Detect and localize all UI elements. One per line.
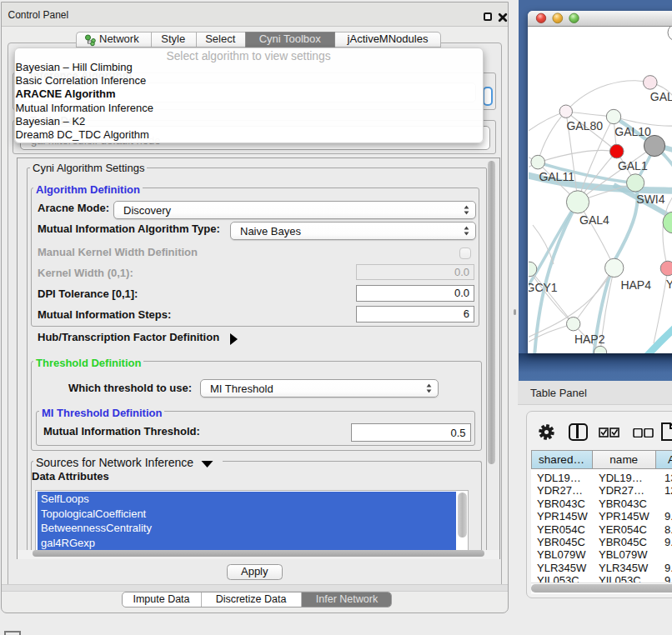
svg-text:GAL4: GAL4 xyxy=(579,213,609,227)
svg-text:HAP2: HAP2 xyxy=(574,332,604,346)
svg-text:GAL80: GAL80 xyxy=(566,119,603,132)
svg-text:GAL1: GAL1 xyxy=(617,159,647,172)
svg-text:GAL10: GAL10 xyxy=(614,125,651,138)
svg-text:GAL11: GAL11 xyxy=(539,170,574,183)
svg-text:HAP4: HAP4 xyxy=(620,278,651,292)
svg-text:SWI4: SWI4 xyxy=(636,192,664,206)
svg-text:Y: Y xyxy=(665,278,672,291)
svg-text:GAL: GAL xyxy=(649,90,672,103)
svg-text:GCY1: GCY1 xyxy=(529,281,558,294)
